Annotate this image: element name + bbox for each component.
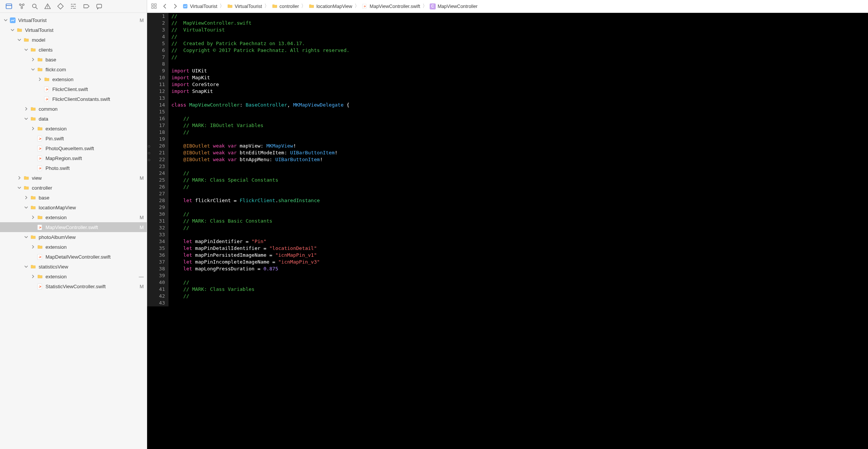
code-line[interactable]: 42 // [147, 293, 868, 300]
code-text[interactable]: // [168, 54, 177, 61]
code-text[interactable] [168, 95, 174, 102]
code-text[interactable]: // [168, 224, 189, 231]
disclosure-icon[interactable] [37, 77, 42, 82]
code-text[interactable]: let mapPinIncompleteImageName = "icnMapP… [168, 259, 320, 265]
code-line[interactable]: 9import UIKit [147, 68, 868, 74]
code-text[interactable]: // MARK: Class Variables [168, 286, 254, 293]
tree-row[interactable]: VirtualTourist [0, 25, 147, 35]
code-text[interactable]: // [168, 184, 189, 190]
breakpoints-tab-icon[interactable] [83, 3, 89, 10]
code-line[interactable]: 2// MapViewController.swift [147, 20, 868, 27]
code-line[interactable]: 43 [147, 300, 868, 306]
tree-row[interactable]: photoAlbumView [0, 232, 147, 242]
code-line[interactable]: 18 // [147, 129, 868, 136]
tree-row[interactable]: Pin.swift [0, 133, 147, 143]
disclosure-icon[interactable] [24, 234, 29, 240]
code-line[interactable]: 27 [147, 190, 868, 197]
disclosure-icon[interactable] [24, 106, 29, 111]
tree-row[interactable]: StatisticViewController.swiftM [0, 281, 147, 291]
code-line[interactable]: 1// [147, 13, 868, 20]
code-text[interactable]: let mapLongPressDuration = 0.875 [168, 265, 278, 272]
code-line[interactable]: 28 let flickrClient = FlickrClient.share… [147, 197, 868, 204]
code-text[interactable]: // MARK: IBOutlet Variables [168, 122, 264, 129]
code-text[interactable] [168, 300, 174, 306]
code-text[interactable]: let mapPinDetailIdentifier = "locationDe… [168, 245, 317, 252]
tree-row[interactable]: statisticsView [0, 262, 147, 272]
code-text[interactable]: // Created by Patrick Paechnatz on 13.04… [168, 40, 305, 47]
code-text[interactable]: let mapPinPersistedImageName = "icnMapPi… [168, 252, 317, 259]
code-line[interactable]: 33 [147, 231, 868, 238]
code-text[interactable]: // [168, 293, 189, 300]
disclosure-icon[interactable] [17, 37, 22, 42]
disclosure-icon[interactable] [30, 274, 36, 279]
tree-row[interactable]: data [0, 114, 147, 124]
breadcrumb-item[interactable]: CMapViewController [430, 3, 477, 9]
code-text[interactable]: @IBOutlet weak var btnAppMenu: UIBarButt… [168, 156, 323, 163]
code-line[interactable]: 16 // [147, 115, 868, 122]
code-line[interactable]: 14class MapViewController: BaseControlle… [147, 102, 868, 108]
code-line[interactable]: 10import MapKit [147, 74, 868, 81]
code-line[interactable]: 8 [147, 61, 868, 68]
disclosure-icon[interactable] [10, 27, 15, 33]
tree-row[interactable]: viewM [0, 173, 147, 183]
tree-row[interactable]: FlickrClientConstants.swift [0, 94, 147, 104]
code-line[interactable]: ○21 @IBOutlet weak var btnEditModeItem: … [147, 149, 868, 156]
code-line[interactable]: 7// [147, 54, 868, 61]
code-line[interactable]: 29 [147, 204, 868, 211]
code-line[interactable]: 31 // MARK: Class Basic Constants [147, 218, 868, 224]
code-line[interactable]: 32 // [147, 224, 868, 231]
tree-row[interactable]: flickr.com [0, 64, 147, 74]
tree-row[interactable]: base [0, 193, 147, 203]
disclosure-icon[interactable] [30, 57, 36, 62]
breadcrumb-item[interactable]: VirtualTourist [227, 3, 262, 9]
code-line[interactable]: 17 // MARK: IBOutlet Variables [147, 122, 868, 129]
breadcrumb-item[interactable]: VirtualTourist [182, 3, 217, 9]
code-text[interactable] [168, 163, 174, 170]
code-text[interactable]: let mapPinIdentifier = "Pin" [168, 238, 266, 245]
code-text[interactable]: class MapViewController: BaseController,… [168, 102, 350, 108]
disclosure-icon[interactable] [24, 116, 29, 121]
code-line[interactable]: 35 let mapPinDetailIdentifier = "locatio… [147, 245, 868, 252]
disclosure-icon[interactable] [24, 195, 29, 200]
tree-row[interactable]: base [0, 55, 147, 64]
code-text[interactable] [168, 61, 174, 68]
tree-row[interactable]: extensionM [0, 212, 147, 222]
code-text[interactable]: // [168, 279, 189, 286]
tree-row[interactable]: model [0, 35, 147, 45]
code-text[interactable]: // [168, 13, 177, 20]
code-line[interactable]: 38 let mapLongPressDuration = 0.875 [147, 265, 868, 272]
code-line[interactable]: 24 // [147, 170, 868, 177]
breadcrumb-item[interactable]: locationMapView [308, 3, 352, 9]
tree-row[interactable]: MapRegion.swift [0, 153, 147, 163]
code-line[interactable]: 25 // MARK: Class Special Constants [147, 177, 868, 184]
disclosure-icon[interactable] [17, 185, 22, 190]
code-text[interactable]: import CoreStore [168, 81, 219, 88]
nav-forward-icon[interactable] [171, 3, 179, 10]
disclosure-icon[interactable] [30, 215, 36, 220]
tree-row[interactable]: extension [0, 124, 147, 133]
code-text[interactable]: @IBOutlet weak var mapView: MKMapView! [168, 143, 296, 149]
disclosure-icon[interactable] [24, 47, 29, 52]
code-text[interactable] [168, 136, 174, 143]
tree-row[interactable]: PhotoQueueItem.swift [0, 143, 147, 153]
file-tree[interactable]: VirtualTouristMVirtualTouristmodelclient… [0, 13, 147, 449]
code-line[interactable]: 40 // [147, 279, 868, 286]
tree-row[interactable]: common [0, 104, 147, 114]
code-text[interactable]: import UIKit [168, 68, 207, 74]
tree-row[interactable]: VirtualTouristM [0, 15, 147, 25]
debug-tab-icon[interactable] [70, 3, 77, 10]
code-line[interactable]: 11import CoreStore [147, 81, 868, 88]
tree-row[interactable]: extension— [0, 272, 147, 281]
code-line[interactable]: 5// Created by Patrick Paechnatz on 13.0… [147, 40, 868, 47]
tree-row[interactable]: extension [0, 74, 147, 84]
files-tab-icon[interactable] [5, 3, 12, 10]
tree-row[interactable]: locationMapView [0, 203, 147, 212]
code-text[interactable] [168, 190, 174, 197]
disclosure-icon[interactable] [3, 17, 8, 23]
code-line[interactable]: 39 [147, 272, 868, 279]
tree-row[interactable]: FlickrClient.swift [0, 84, 147, 94]
code-text[interactable]: // [168, 129, 189, 136]
code-text[interactable]: // [168, 211, 189, 218]
code-line[interactable]: 37 let mapPinIncompleteImageName = "icnM… [147, 259, 868, 265]
code-line[interactable]: 30 // [147, 211, 868, 218]
